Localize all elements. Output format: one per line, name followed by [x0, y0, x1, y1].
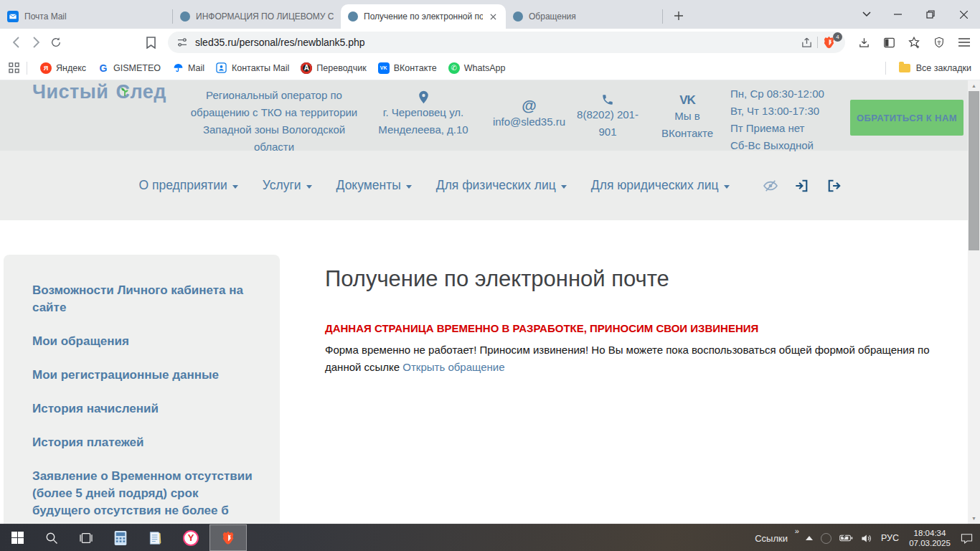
- window-controls: [852, 0, 980, 29]
- start-button[interactable]: [0, 524, 34, 551]
- email-block[interactable]: @ info@sled35.ru: [484, 98, 574, 131]
- new-tab-button[interactable]: [669, 6, 689, 26]
- yandex-browser-icon[interactable]: Y: [172, 524, 209, 551]
- bookmark-whatsapp[interactable]: WhatsApp: [443, 60, 512, 77]
- tab-separator: [662, 9, 663, 24]
- restore-button[interactable]: [914, 0, 947, 29]
- task-view-icon[interactable]: [69, 524, 103, 551]
- site-logo[interactable]: ЧистыйСлед: [32, 81, 166, 103]
- bookmark-contacts-mail[interactable]: Контакты Mail: [210, 60, 295, 77]
- address-bar-actions: 4: [801, 35, 838, 50]
- brave-browser-icon-active[interactable]: [209, 524, 247, 551]
- action-center-icon[interactable]: [961, 533, 973, 544]
- logo-word1: Чистый: [32, 81, 108, 103]
- url-text[interactable]: sled35.ru/personal/res/newblank5.php: [195, 37, 801, 48]
- sidebar-item-temporary-absence[interactable]: Заявление о Временном отсутствии (более …: [32, 468, 258, 519]
- nav-services[interactable]: Услуги: [263, 178, 312, 193]
- phone-block[interactable]: 8(8202) 201-901: [573, 93, 643, 141]
- visually-impaired-eye-icon[interactable]: [763, 179, 778, 192]
- tray-app-icon[interactable]: [821, 533, 831, 544]
- all-bookmarks-button[interactable]: Все закладки: [878, 62, 971, 75]
- minimize-button[interactable]: [881, 0, 914, 29]
- contact-us-button[interactable]: ОБРАТИТЬСЯ К НАМ: [850, 100, 963, 136]
- tab-bar: Почта Mail ИНФОРМАЦИЯ ПО ЛИЦЕВОМУ С Полу…: [0, 0, 980, 29]
- scrollbar-thumb[interactable]: [969, 91, 979, 250]
- battery-icon[interactable]: [839, 534, 853, 542]
- vk-icon: [378, 62, 390, 74]
- tab-search-chevron-icon[interactable]: [852, 0, 881, 29]
- tab-licevomu-schetu[interactable]: ИНФОРМАЦИЯ ПО ЛИЦЕВОМУ С: [173, 4, 341, 29]
- bookmark-vkontakte[interactable]: ВКонтакте: [372, 60, 443, 77]
- apps-grid-icon[interactable]: [9, 62, 19, 73]
- brave-shields-icon[interactable]: 4: [822, 35, 838, 50]
- links-overflow-chevron[interactable]: »: [795, 527, 799, 535]
- reading-list-ribbon-icon[interactable]: [141, 32, 161, 52]
- nav-documents[interactable]: Документы: [336, 178, 412, 193]
- volume-icon[interactable]: [861, 533, 873, 544]
- taskbar-search-icon[interactable]: [34, 524, 69, 551]
- forward-icon[interactable]: [26, 32, 46, 52]
- tab-pochta-mail[interactable]: Почта Mail: [0, 4, 172, 29]
- work-schedule: Пн, Ср 08:30-12:00 Вт, Чт 13:00-17:30 Пт…: [730, 85, 824, 154]
- scroll-up-icon[interactable]: ▲: [968, 80, 980, 91]
- scroll-down-icon[interactable]: ▼: [968, 513, 980, 524]
- bookmark-yandex[interactable]: Яндекс: [34, 60, 92, 77]
- sidebar-item-registration-data[interactable]: Мои регистрационные данные: [32, 367, 258, 384]
- downloads-icon[interactable]: [854, 32, 874, 52]
- links-toolbar[interactable]: Ссылки »: [755, 533, 788, 544]
- sidebar-panel-icon[interactable]: [879, 32, 899, 52]
- hidden-icons-chevron[interactable]: [806, 536, 813, 540]
- site-settings-tune-icon[interactable]: [176, 37, 188, 48]
- close-window-button[interactable]: [947, 0, 980, 29]
- tab-close-icon[interactable]: [487, 11, 499, 22]
- email-text: info@sled35.ru: [484, 113, 574, 131]
- schedule-line: Пт Приема нет: [730, 120, 824, 137]
- windows-taskbar: Y Ссылки » РУС 18:04:34 07.03.2025: [0, 524, 980, 551]
- share-icon[interactable]: [801, 37, 813, 49]
- open-request-link[interactable]: Открыть обращение: [402, 361, 504, 373]
- under-construction-warning: ДАННАЯ СТРАНИЦА ВРЕМЕННО В РАЗРАБОТКЕ, П…: [325, 322, 941, 334]
- nav-icons: [763, 178, 842, 194]
- clock-time: 18:04:34: [907, 528, 953, 538]
- sidebar-item-my-requests[interactable]: Мои обращения: [32, 333, 258, 350]
- nav-about[interactable]: О предприятии: [138, 178, 237, 193]
- taskbar-clock[interactable]: 18:04:34 07.03.2025: [907, 528, 953, 548]
- vk-block[interactable]: VK Мы в ВКонтакте: [654, 93, 720, 142]
- sidebar-item-payment-history[interactable]: История платежей: [32, 434, 258, 451]
- phone-text: 8(8202) 201-901: [573, 106, 643, 141]
- page-scrollbar[interactable]: ▲ ▼: [968, 80, 980, 524]
- sidebar-item-cabinet-features[interactable]: Возможности Личного кабинета на сайте: [32, 282, 258, 316]
- login-door-icon[interactable]: [794, 178, 810, 194]
- bookmark-gismeteo[interactable]: GISMETEO: [92, 60, 166, 77]
- bookmark-translator[interactable]: Переводчик: [295, 60, 372, 77]
- back-icon[interactable]: [6, 32, 26, 52]
- operator-description: Региональный оператор по обращению с ТКО…: [185, 87, 363, 156]
- language-indicator[interactable]: РУС: [881, 533, 899, 543]
- reload-icon[interactable]: [46, 32, 66, 52]
- bookmark-mail[interactable]: Mail: [166, 60, 210, 77]
- main-area: Получение по электронной почте ДАННАЯ СТ…: [325, 220, 941, 376]
- tab-obrashcheniya[interactable]: Обращения: [506, 4, 662, 29]
- all-bookmarks-label: Все закладки: [916, 63, 971, 73]
- calculator-app-icon[interactable]: [103, 524, 138, 551]
- mailru-umbrella-icon: [172, 62, 184, 74]
- nav-individuals[interactable]: Для физических лиц: [436, 178, 567, 193]
- body-text: Форма временно не работает! Приносим изв…: [325, 342, 941, 376]
- menu-hamburger-icon[interactable]: [954, 32, 974, 52]
- folder-icon: [899, 64, 910, 72]
- translator-icon: [301, 62, 312, 74]
- vk-logo-icon: VK: [654, 93, 720, 108]
- bookmark-star-icon[interactable]: [904, 32, 924, 52]
- site-favicon: [348, 11, 358, 22]
- address-bar[interactable]: sled35.ru/personal/res/newblank5.php 4: [168, 32, 845, 53]
- vpn-shield-icon[interactable]: [929, 32, 949, 52]
- personal-cabinet-sidebar: Возможности Личного кабинета на сайте Мо…: [4, 255, 280, 524]
- notepad-app-icon[interactable]: [138, 524, 172, 551]
- logout-door-icon[interactable]: [826, 178, 842, 194]
- system-tray: Ссылки » РУС 18:04:34 07.03.2025: [755, 524, 980, 551]
- shields-count-badge: 4: [833, 32, 842, 42]
- mail-app-icon: [7, 11, 19, 22]
- sidebar-item-accrual-history[interactable]: История начислений: [32, 400, 258, 418]
- tab-active-poluchenie[interactable]: Получение по электронной по: [341, 4, 506, 29]
- nav-legal-entities[interactable]: Для юридических лиц: [591, 178, 730, 193]
